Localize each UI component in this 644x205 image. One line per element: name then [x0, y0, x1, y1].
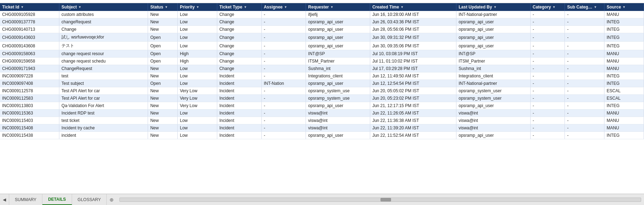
cell-assignee: -: [261, 95, 306, 102]
cell-created_time: Jun 16, 10:28:00 AM IST: [370, 11, 456, 18]
cell-requester: opsramp_api_user: [306, 102, 370, 110]
table-header: Ticket Id▼Subject▼Status▼Priority▼Ticket…: [0, 3, 644, 11]
scrollbar-area: [117, 198, 644, 202]
cell-requester: opsramp_system_use: [306, 87, 370, 95]
cell-ticket_id: CHG0009140713: [0, 26, 59, 33]
cell-last_updated_by: INT@SP: [456, 50, 530, 58]
column-header-category[interactable]: Category▼: [530, 3, 565, 11]
cell-sub_category: -: [565, 72, 604, 80]
cell-source: MANU: [604, 124, 644, 132]
column-header-subject[interactable]: Subject▼: [59, 3, 148, 11]
cell-priority: Low: [178, 132, 217, 139]
table-row[interactable]: CHG0009105928custom attributesNewLowChan…: [0, 11, 644, 18]
cell-sub_category: -: [565, 80, 604, 87]
column-header-status[interactable]: Status▼: [148, 3, 178, 11]
cell-last_updated_by: opsramp_api_user: [456, 26, 530, 33]
cell-status: Open: [148, 33, 178, 42]
cell-status: New: [148, 65, 178, 72]
cell-category: -: [530, 11, 565, 18]
cell-last_updated_by: Integrations_client: [456, 72, 530, 80]
cell-created_time: Jun 12, 11:49:50 AM IST: [370, 72, 456, 80]
cell-last_updated_by: opsramp_api_user: [456, 42, 530, 50]
cell-subject: Test subject: [59, 80, 148, 87]
title-bar: [0, 0, 644, 3]
cell-created_time: Jun 26, 03:43:36 PM IST: [370, 18, 456, 26]
table-row[interactable]: INC0009097408Test subjectOpenLowIncident…: [0, 80, 644, 87]
table-container: Ticket Id▼Subject▼Status▼Priority▼Ticket…: [0, 3, 644, 194]
cell-created_time: Jun 22, 11:52:54 AM IST: [370, 132, 456, 139]
cell-sub_category: -: [565, 124, 604, 132]
sort-icon: ▼: [494, 5, 497, 9]
tab-glossary[interactable]: GLOSSARY: [72, 194, 107, 205]
cell-ticket_type: Incident: [217, 117, 261, 124]
cell-last_updated_by: viswa@int: [456, 117, 530, 124]
column-header-last_updated_by[interactable]: Last Updated By▼: [456, 3, 530, 11]
cell-created_time: Jun 30, 09:35:06 PM IST: [370, 42, 456, 50]
cell-ticket_type: Incident: [217, 95, 261, 102]
column-header-source[interactable]: Source▼: [604, 3, 644, 11]
column-header-ticket_id[interactable]: Ticket Id▼: [0, 3, 59, 11]
column-header-assignee[interactable]: Assignee▼: [261, 3, 306, 11]
table-row[interactable]: CHG0009137778changeRequestNewLowChange-o…: [0, 18, 644, 26]
cell-subject: Incident try cache: [59, 124, 148, 132]
cell-requester: viswa@int: [306, 124, 370, 132]
sort-icon: ▼: [165, 5, 168, 9]
cell-subject: changeRequest: [59, 18, 148, 26]
cell-assignee: -: [261, 26, 306, 33]
add-tab-button[interactable]: ⊕: [107, 197, 117, 203]
column-header-sub_category[interactable]: Sub Categ…▼: [565, 3, 604, 11]
cell-requester: ifjiefij: [306, 11, 370, 18]
table-row[interactable]: CHG0009158063change request resourOpenHi…: [0, 50, 644, 58]
prev-nav-arrow[interactable]: ◀: [0, 194, 9, 205]
cell-sub_category: -: [565, 42, 604, 50]
table-row[interactable]: CHG0009171943ChangeRequestNewLowChange-S…: [0, 65, 644, 72]
sort-icon: ▼: [244, 5, 247, 9]
table-row[interactable]: CHG0009143608テストOpenLowChange-opsramp_ap…: [0, 42, 644, 50]
table-row[interactable]: INC0009115408Incident try cacheNewLowInc…: [0, 124, 644, 132]
tab-details[interactable]: DETAILS: [42, 194, 72, 205]
cell-created_time: Jul 10, 03:08:19 PM IST: [370, 50, 456, 58]
cell-status: New: [148, 102, 178, 110]
cell-ticket_id: INC0009112578: [0, 87, 59, 95]
cell-created_time: Jun 30, 09:31:32 PM IST: [370, 33, 456, 42]
table-row[interactable]: CHG0009159658change request scheduOpenHi…: [0, 58, 644, 65]
tabs: SUMMARYDETAILSGLOSSARY: [9, 194, 107, 205]
cell-subject: incident: [59, 132, 148, 139]
cell-created_time: Jun 21, 12:17:15 PM IST: [370, 102, 456, 110]
table-row[interactable]: INC0009113803Qa-Validation For AlertNewV…: [0, 102, 644, 110]
column-header-ticket_type[interactable]: Ticket Type▼: [217, 3, 261, 11]
table-row[interactable]: INC0009115438incidentNewLowIncident-opsr…: [0, 132, 644, 139]
table-row[interactable]: INC0009115363Incident RDP testNewLowInci…: [0, 110, 644, 117]
cell-source: INTEG: [604, 102, 644, 110]
column-header-priority[interactable]: Priority▼: [178, 3, 217, 11]
cell-sub_category: -: [565, 110, 604, 117]
cell-ticket_id: CHG0009143608: [0, 42, 59, 50]
column-label: Requester: [308, 5, 329, 10]
table-row[interactable]: CHG0009140713ChangeNewLowChange-opsramp_…: [0, 26, 644, 33]
cell-ticket_id: INC0009112583: [0, 95, 59, 102]
cell-status: Open: [148, 50, 178, 58]
cell-ticket_id: CHG0009159658: [0, 58, 59, 65]
cell-ticket_type: Change: [217, 50, 261, 58]
table-row[interactable]: INC0009097228testNewLowIncident-Integrat…: [0, 72, 644, 80]
tab-summary[interactable]: SUMMARY: [9, 194, 42, 205]
cell-category: -: [530, 95, 565, 102]
horizontal-scrollbar-track[interactable]: [119, 198, 641, 202]
horizontal-scrollbar-thumb[interactable]: [380, 198, 391, 201]
column-header-requester[interactable]: Requester▼: [306, 3, 370, 11]
cell-subject: change request resour: [59, 50, 148, 58]
cell-ticket_id: CHG0009158063: [0, 50, 59, 58]
cell-subject: Test API Alert for car: [59, 87, 148, 95]
column-header-created_time[interactable]: Created Time▼: [370, 3, 456, 11]
cell-requester: Integrations_client: [306, 72, 370, 80]
cell-subject: 試し wsrfuwevoqe;kfor: [59, 33, 148, 42]
cell-priority: High: [178, 58, 217, 65]
cell-last_updated_by: opsramp_api_user: [456, 18, 530, 26]
cell-requester: opsramp_api_user: [306, 42, 370, 50]
table-row[interactable]: INC0009112578Test API Alert for carNewVe…: [0, 87, 644, 95]
sort-icon: ▼: [330, 5, 333, 9]
table-row[interactable]: CHG0009143603試し wsrfuwevoqe;kforOpenLowC…: [0, 33, 644, 42]
table-row[interactable]: INC0009112583Test API Alert for carNewVe…: [0, 95, 644, 102]
cell-subject: test: [59, 72, 148, 80]
table-row[interactable]: INC0009115403test ticketNewLowIncident-v…: [0, 117, 644, 124]
